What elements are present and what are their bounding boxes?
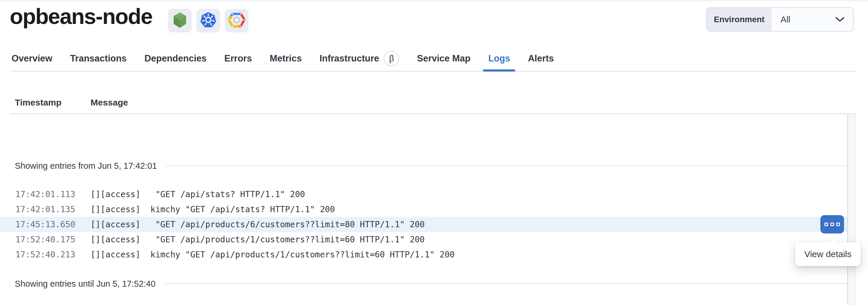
column-header-message: Message (91, 97, 128, 108)
log-timestamp: 17:52:40.213 (16, 250, 91, 260)
tab-infrastructure[interactable]: Infrastructure β (319, 46, 399, 71)
log-message: [][access] "GET /api/stats? HTTP/1.1" 20… (91, 190, 305, 199)
row-actions-button[interactable] (820, 215, 844, 234)
showing-entries-from: Showing entries from Jun 5, 17:42:01 (0, 158, 847, 173)
divider-line (166, 166, 847, 166)
tab-alerts[interactable]: Alerts (528, 46, 554, 71)
window-top-edge (0, 0, 868, 1)
log-message: [][access] "GET /api/products/6/customer… (91, 219, 425, 229)
log-message: [][access] kimchy "GET /api/products/1/c… (91, 250, 455, 260)
divider-line (164, 283, 847, 284)
tab-errors[interactable]: Errors (224, 46, 252, 71)
service-icon-badges (168, 9, 249, 33)
column-header-timestamp: Timestamp (15, 97, 62, 108)
service-name-title: opbeans-node (10, 2, 152, 31)
tab-dependencies[interactable]: Dependencies (144, 46, 207, 71)
log-row[interactable]: 17:52:40.175 [][access] "GET /api/produc… (0, 232, 847, 247)
tab-logs[interactable]: Logs (488, 46, 510, 71)
log-message: [][access] kimchy "GET /api/stats? HTTP/… (91, 205, 335, 214)
table-header-border (10, 113, 856, 114)
log-timestamp: 17:52:40.175 (16, 235, 91, 244)
log-row[interactable]: 17:42:01.135 [][access] kimchy "GET /api… (0, 202, 847, 217)
tab-overview[interactable]: Overview (11, 46, 52, 71)
ellipsis-squares-icon (825, 223, 840, 226)
log-row[interactable]: 17:52:40.213 [][access] kimchy "GET /api… (0, 247, 847, 262)
log-row[interactable]: 17:42:01.113 [][access] "GET /api/stats?… (0, 187, 847, 202)
view-details-label: View details (804, 249, 852, 259)
log-timestamp: 17:45:13.650 (16, 219, 91, 229)
google-cloud-icon (228, 13, 245, 29)
log-rows: 17:42:01.113 [][access] "GET /api/stats?… (0, 187, 847, 262)
beta-badge: β (384, 51, 399, 66)
google-cloud-badge (225, 9, 249, 33)
nodejs-icon (173, 12, 187, 29)
vertical-scrollbar[interactable] (847, 114, 856, 305)
service-tabs: Overview Transactions Dependencies Error… (10, 46, 856, 71)
chevron-down-icon (835, 14, 845, 25)
log-row-highlighted[interactable]: 17:45:13.650 [][access] "GET /api/produc… (0, 217, 847, 232)
environment-select[interactable]: Environment All (706, 7, 854, 32)
apm-service-page: opbeans-node (0, 0, 868, 305)
environment-select-value: All (780, 14, 790, 25)
nodejs-badge (168, 9, 192, 33)
log-timestamp: 17:42:01.135 (16, 205, 91, 214)
showing-entries-until: Showing entries until Jun 5, 17:52:40 (0, 276, 847, 292)
tab-service-map[interactable]: Service Map (417, 46, 470, 71)
tab-transactions[interactable]: Transactions (70, 46, 127, 71)
log-timestamp: 17:42:01.113 (16, 190, 91, 199)
kubernetes-badge (196, 9, 220, 33)
view-details-tooltip[interactable]: View details (795, 242, 861, 266)
log-stream: Showing entries from Jun 5, 17:42:01 17:… (0, 114, 847, 305)
kubernetes-icon (200, 12, 217, 29)
tab-metrics[interactable]: Metrics (270, 46, 302, 71)
log-message: [][access] "GET /api/products/1/customer… (91, 235, 425, 244)
environment-select-label: Environment (707, 8, 772, 31)
